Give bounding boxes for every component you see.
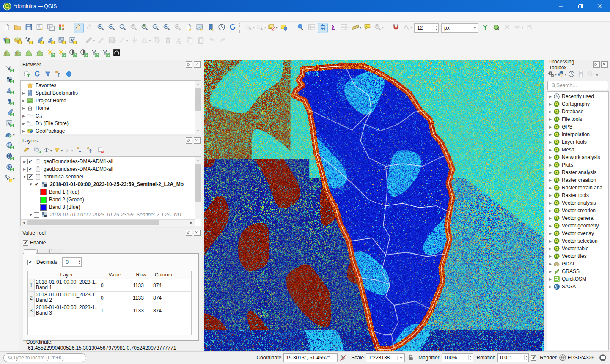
add-selected-layers-button[interactable] (22, 70, 31, 79)
toolbox-tree-item[interactable]: Raster creation (547, 176, 608, 184)
move-arrows-button[interactable] (513, 23, 524, 33)
layer-visibility-checkbox[interactable] (27, 174, 33, 180)
zoom-to-layer-button[interactable] (140, 23, 150, 33)
expand-arrow-icon[interactable] (547, 148, 553, 152)
expand-arrow-icon[interactable] (547, 178, 553, 182)
layer-tree-item[interactable]: geoBoundaries-DMA-ADM0-all (21, 165, 195, 173)
toolbox-float-button[interactable] (593, 61, 600, 68)
new-shapefile-layer-button[interactable] (24, 36, 34, 46)
stream-digitizing-button[interactable] (525, 23, 535, 33)
toolbox-tree-item[interactable]: Layer tools (547, 138, 608, 146)
toolbox-tree-item[interactable]: Database (547, 108, 608, 115)
snapping-unit-combo[interactable]: px▾ (441, 23, 478, 33)
toolbox-tree-item[interactable]: Raster terrain ana... (547, 184, 608, 192)
toolbox-tree-item[interactable]: Mesh (547, 146, 608, 153)
toggle-extents-icon[interactable] (340, 354, 347, 361)
value-table-row[interactable]: 2 2018-01-01-00:00_2023-1...Band 2 0 113… (28, 292, 191, 304)
layer-tree-item[interactable]: Band 3 (Blue) (21, 203, 195, 211)
zoom-last-button[interactable] (162, 23, 172, 33)
render-checkbox[interactable] (531, 355, 536, 361)
add-wms-layer-button[interactable] (5, 141, 15, 151)
layer-tree-item[interactable]: dominica-sentinel (21, 173, 195, 181)
open-table-button[interactable] (340, 23, 350, 33)
decrease-brightness-button[interactable] (57, 49, 67, 59)
menu-plugins[interactable] (40, 16, 48, 18)
new-spatial-bookmark-button[interactable]: ★ (184, 23, 194, 33)
magnifier-input[interactable] (442, 355, 468, 361)
decrease-gamma-button[interactable] (101, 49, 111, 59)
cut-features-button[interactable] (174, 36, 184, 46)
expand-arrow-icon[interactable] (547, 95, 553, 99)
data-source-manager-button[interactable] (2, 36, 12, 46)
toolbox-tree-item[interactable]: Vector analysis (547, 199, 608, 207)
add-virtual-layer-button[interactable] (5, 119, 15, 129)
value-tool-close-button[interactable] (194, 230, 201, 236)
browser-tree-item[interactable]: GeoPackage (21, 127, 195, 134)
browser-refresh-button[interactable] (32, 70, 42, 79)
scale-input[interactable] (366, 355, 397, 361)
expand-arrow-icon[interactable] (22, 167, 27, 171)
zoom-to-feature-button[interactable] (374, 23, 384, 33)
expand-arrow-icon[interactable] (547, 239, 553, 243)
processing-toolbox-button[interactable] (318, 23, 328, 33)
spinner-buttons-icon[interactable]: ▴▾ (434, 25, 438, 30)
toolbox-tree-item[interactable]: Network analysis (547, 153, 608, 161)
layer-tree-item[interactable]: geoBoundaries-DMA-ADM1-all (21, 158, 195, 165)
layer-tree-item[interactable]: 2018-01-01-00:00_2023-10-25-23:59_Sentin… (21, 181, 195, 188)
full-histogram-stretch-button[interactable] (13, 49, 23, 59)
close-button[interactable] (590, 0, 610, 12)
expand-arrow-icon[interactable] (547, 224, 553, 228)
zoom-next-button[interactable] (173, 23, 183, 33)
select-by-location-button[interactable] (279, 23, 289, 33)
messages-icon[interactable] (599, 354, 607, 361)
expand-arrow-icon[interactable] (547, 277, 553, 281)
expand-arrow-icon[interactable] (547, 171, 553, 175)
add-group-button[interactable] (32, 146, 42, 156)
grayscale-preview-button[interactable] (112, 49, 122, 59)
layer-visibility-checkbox[interactable] (27, 167, 33, 172)
increase-gamma-button[interactable] (90, 49, 100, 59)
browser-tree-item[interactable]: Favorites (21, 82, 195, 89)
zoom-native-button[interactable]: 1:1 (151, 23, 161, 33)
expand-arrow-icon[interactable] (547, 110, 553, 114)
magnifier-spinner[interactable]: ▴▾ (468, 355, 473, 360)
expand-arrow-icon[interactable] (28, 183, 34, 186)
show-bookmarks-button[interactable]: ★ (206, 23, 216, 33)
open-layer-styling-button[interactable] (22, 146, 31, 156)
menu-settings[interactable] (33, 16, 40, 18)
zoom-in-button[interactable] (96, 23, 106, 33)
toolbox-tree-item[interactable]: Vector geometry (547, 222, 608, 230)
filter-by-expression-button[interactable]: ε (64, 146, 74, 156)
expand-arrow-icon[interactable] (21, 99, 27, 103)
toolbox-results-viewer-button[interactable] (576, 70, 585, 79)
toolbox-tree-item[interactable]: Raster tools (547, 192, 608, 199)
col-header-row[interactable]: Row (131, 271, 151, 279)
toolbox-tree-item[interactable]: Vector general (547, 214, 608, 222)
scale-dropdown-icon[interactable]: ▾ (397, 356, 405, 360)
save-project-button[interactable] (24, 23, 34, 33)
rotation-input[interactable] (498, 355, 524, 361)
toolbox-tree-item[interactable]: Vector creation (547, 207, 608, 214)
temporal-controller-button[interactable] (217, 23, 227, 33)
coordinate-input[interactable] (284, 355, 337, 361)
map-tips-button[interactable] (363, 23, 373, 33)
expand-arrow-icon[interactable] (21, 122, 27, 126)
expand-arrow-icon[interactable] (547, 118, 553, 121)
save-layer-edits-button[interactable] (107, 36, 117, 46)
paste-features-button[interactable] (196, 36, 206, 46)
toolbox-close-button[interactable] (601, 61, 608, 68)
expand-arrow-icon[interactable] (22, 160, 27, 164)
undo-button[interactable] (207, 36, 217, 46)
enable-tracing-button[interactable] (402, 23, 412, 33)
current-edits-button[interactable] (85, 36, 95, 46)
pan-to-selection-button[interactable] (85, 23, 95, 33)
toolbox-tree-item[interactable]: GDAL GDAL (547, 260, 608, 268)
toolbox-edit-features-button[interactable] (585, 70, 595, 79)
menu-raster[interactable] (55, 16, 63, 18)
locator-input[interactable] (13, 355, 86, 361)
local-cumulative-stretch-button[interactable] (24, 49, 34, 59)
tab-options[interactable] (51, 249, 63, 253)
toolbox-tree-item[interactable]: QuickOSM (547, 275, 608, 283)
toolbox-tree-item[interactable]: Vector selection (547, 237, 608, 245)
new-geopackage-layer-button[interactable] (13, 36, 23, 46)
